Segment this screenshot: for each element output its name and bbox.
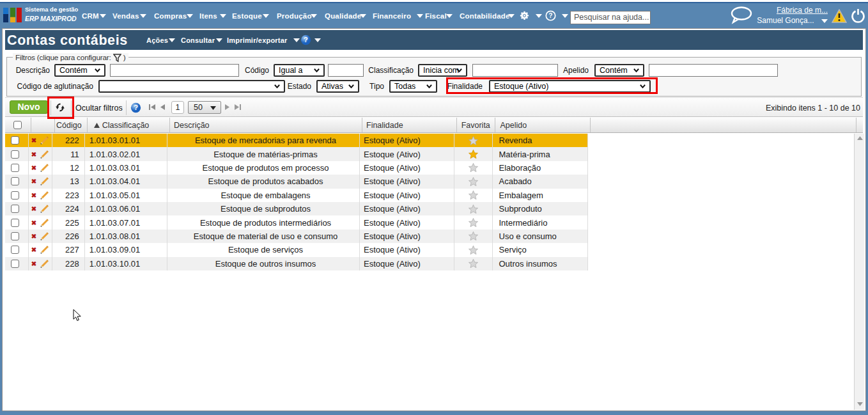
svg-text:?: ? xyxy=(134,104,138,111)
svg-text:?: ? xyxy=(304,36,308,43)
svg-text:?: ? xyxy=(548,12,552,19)
